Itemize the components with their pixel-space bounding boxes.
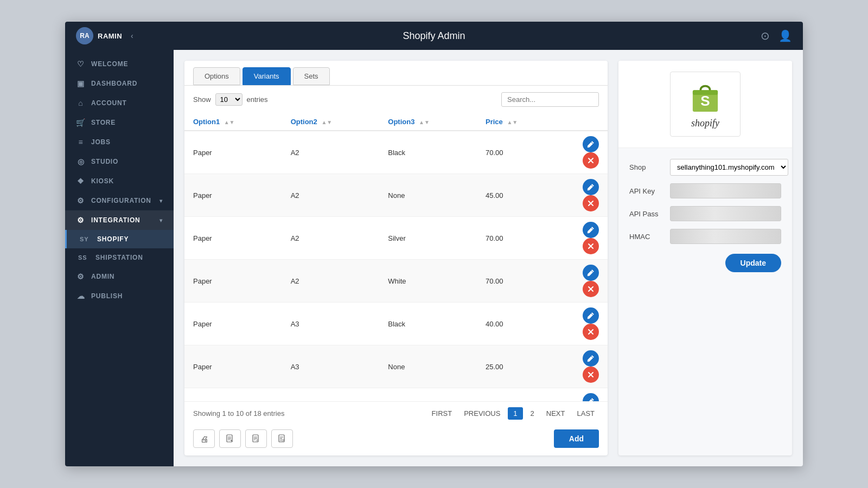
content-area: Options Variants Sets Show 10 25 50 entr… [174, 50, 803, 466]
cell-price: 40.00 [477, 388, 559, 402]
sidebar-item-shopify[interactable]: SY SHOPIFY [65, 230, 174, 248]
edit-button[interactable] [583, 350, 599, 367]
sidebar-item-shipstation[interactable]: SS SHIPSTATION [65, 248, 174, 267]
tab-options[interactable]: Options [193, 67, 240, 85]
sidebar-label-shipstation: SHIPSTATION [95, 254, 163, 261]
variants-table: Option1 ▲▼ Option2 ▲▼ Option3 ▲▼ Price ▲… [184, 113, 608, 401]
show-entries: Show 10 25 50 entries [193, 93, 268, 106]
dashboard-icon: ▣ [76, 79, 86, 88]
add-button[interactable]: Add [554, 429, 599, 448]
delete-button[interactable] [583, 238, 599, 254]
sidebar-item-integration[interactable]: ⚙ INTEGRATION ▾ [65, 210, 174, 230]
sidebar-label-welcome: WELCOME [91, 60, 163, 68]
page-first[interactable]: FIRST [427, 407, 457, 420]
user-icon[interactable]: 👤 [778, 29, 792, 42]
search-input[interactable] [501, 92, 599, 107]
cell-option2: A3 [282, 345, 380, 388]
cell-option3: Black [379, 131, 477, 174]
entries-select[interactable]: 10 25 50 [215, 93, 242, 106]
shopify-prefix: SY [80, 236, 92, 242]
api-key-masked [670, 183, 781, 198]
sidebar-label-store: STORE [91, 119, 163, 126]
sidebar-item-dashboard[interactable]: ▣ DASHBOARD [65, 74, 174, 93]
export-print[interactable]: 🖨 [193, 429, 215, 448]
search-box [501, 92, 599, 107]
sidebar-item-kiosk[interactable]: ❖ KIOSK [65, 171, 174, 191]
export-pdf[interactable]: PDF [271, 429, 293, 448]
entries-label: entries [247, 95, 268, 104]
update-button[interactable]: Update [725, 254, 781, 272]
edit-button[interactable] [583, 265, 599, 281]
sidebar-item-jobs[interactable]: ≡ JOBS [65, 132, 174, 152]
sidebar-label-configuration: CONFIGURATION [91, 197, 154, 204]
page-2[interactable]: 2 [526, 407, 539, 420]
col-header-option1[interactable]: Option1 ▲▼ [184, 113, 282, 131]
delete-button[interactable] [583, 367, 599, 383]
cell-option1: Paper [184, 260, 282, 303]
edit-button[interactable] [583, 222, 599, 238]
page-next[interactable]: NEXT [542, 407, 570, 420]
sidebar-label-shopify: SHOPIFY [97, 235, 163, 243]
sidebar-item-store[interactable]: 🛒 STORE [65, 113, 174, 132]
cell-option1: Paper [184, 303, 282, 345]
page-previous[interactable]: PREVIOUS [459, 407, 505, 420]
col-header-option2[interactable]: Option2 ▲▼ [282, 113, 380, 131]
cell-price: 70.00 [477, 260, 559, 303]
sidebar-label-admin: ADMIN [91, 273, 163, 280]
cell-price: 45.00 [477, 174, 559, 217]
tab-variants[interactable]: Variants [242, 67, 291, 85]
sidebar-item-welcome[interactable]: ♡ WELCOME [65, 54, 174, 74]
table-row: Paper A2 None 45.00 [184, 174, 608, 217]
tab-sets[interactable]: Sets [293, 67, 330, 85]
cell-option2: A2 [282, 260, 380, 303]
edit-button[interactable] [583, 136, 599, 152]
sidebar-label-dashboard: DASHBOARD [91, 80, 163, 87]
excel-icon: X [252, 434, 260, 443]
delete-icon [587, 371, 595, 378]
cell-option1: Paper [184, 345, 282, 388]
edit-button[interactable] [583, 179, 599, 195]
delete-button[interactable] [583, 195, 599, 211]
table-container: Option1 ▲▼ Option2 ▲▼ Option3 ▲▼ Price ▲… [184, 113, 608, 401]
api-key-label: API Key [629, 187, 665, 195]
col-header-option3[interactable]: Option3 ▲▼ [379, 113, 477, 131]
sidebar-item-studio[interactable]: ◎ STUDIO [65, 152, 174, 171]
cell-actions [559, 131, 608, 174]
api-pass-label: API Pass [629, 210, 665, 218]
cell-actions [559, 388, 608, 402]
shopify-text-label: shopify [691, 118, 719, 129]
sidebar-item-admin[interactable]: ⚙ ADMIN [65, 267, 174, 286]
sidebar-item-configuration[interactable]: ⚙ CONFIGURATION ▾ [65, 191, 174, 210]
kiosk-icon: ❖ [76, 177, 86, 185]
svg-rect-45 [693, 90, 718, 95]
page-last[interactable]: LAST [572, 407, 599, 420]
delete-button[interactable] [583, 281, 599, 297]
help-icon[interactable]: ⊙ [761, 29, 770, 42]
cell-option3: Silver [379, 217, 477, 260]
export-excel[interactable]: X [245, 429, 267, 448]
delete-button[interactable] [583, 324, 599, 340]
cell-option3: White [379, 260, 477, 303]
topbar-actions: ⊙ 👤 [761, 29, 792, 42]
table-row: Paper A2 Black 70.00 [184, 131, 608, 174]
cell-option3: Silver [379, 388, 477, 402]
export-csv[interactable] [219, 429, 241, 448]
table-row: Paper A3 Black 40.00 [184, 303, 608, 345]
shop-select[interactable]: sellanything101.myshopify.com [670, 159, 788, 176]
cell-option3: None [379, 174, 477, 217]
collapse-icon[interactable]: ‹ [131, 31, 133, 40]
cell-actions [559, 303, 608, 345]
shop-row: Shop sellanything101.myshopify.com [629, 159, 781, 176]
hmac-row: HMAC [629, 229, 781, 244]
edit-button[interactable] [583, 307, 599, 324]
cell-option1: Paper [184, 217, 282, 260]
edit-button[interactable] [583, 393, 599, 401]
col-header-price[interactable]: Price ▲▼ [477, 113, 559, 131]
page-1[interactable]: 1 [508, 407, 522, 420]
delete-button[interactable] [583, 152, 599, 169]
sidebar-item-publish[interactable]: ☁ PUBLISH [65, 286, 174, 306]
cell-price: 25.00 [477, 345, 559, 388]
cell-actions [559, 260, 608, 303]
delete-icon [587, 328, 595, 336]
sidebar-item-account[interactable]: ⌂ ACCOUNT [65, 93, 174, 113]
